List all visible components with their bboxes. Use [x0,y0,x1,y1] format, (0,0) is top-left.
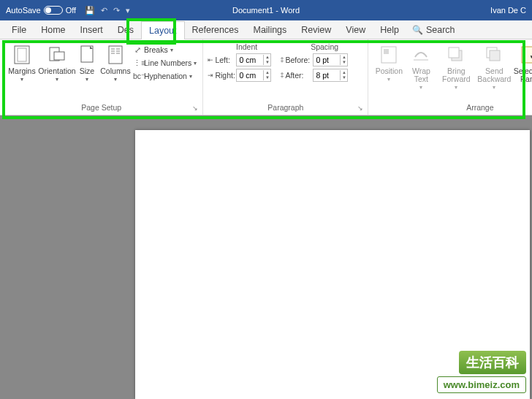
chevron-down-icon: ▾ [189,73,192,80]
chevron-down-icon: ▾ [86,76,88,83]
ribbon: Margins ▾ Orientation ▾ Size ▾ [0,39,532,115]
autosave-label: AutoSave [6,6,41,15]
columns-icon [108,44,123,66]
ribbon-tabs: File Home Insert Des Layout References M… [0,20,532,39]
watermark-url: www.bimeiz.com [437,376,526,393]
chevron-down-icon: ▾ [114,76,117,83]
spin-up-icon[interactable]: ▲ [341,55,347,60]
group-arrange: Position ▾ Wrap Text ▾ Bring Forward ▾ [368,39,532,115]
indent-left-label: ⇤Left: [208,56,234,64]
undo-icon[interactable]: ↶ [101,6,107,15]
dialog-launcher-icon[interactable]: ↘ [357,104,363,112]
tab-help[interactable]: Help [373,20,406,39]
chevron-down-icon: ▾ [455,84,457,91]
hyphenation-icon: bc⁻ [133,72,142,80]
user-name[interactable]: Ivan De C [490,6,526,15]
tab-mailings[interactable]: Mailings [246,20,294,39]
spacing-before-input[interactable]: ▲▼ [313,53,348,66]
svg-rect-16 [449,48,459,58]
search-box[interactable]: 🔍 Search [412,20,455,39]
svg-rect-13 [384,49,389,54]
line-numbers-icon: ⋮≡ [133,58,142,67]
spacing-before-label: ‡Before: [280,56,311,64]
svg-rect-18 [490,50,500,61]
tab-references[interactable]: References [185,20,246,39]
quick-access-toolbar: 💾 ↶ ↷ ▾ [85,6,130,15]
title-bar: AutoSave Off 💾 ↶ ↷ ▾ Document1 - Word Iv… [0,0,532,20]
qat-more-icon[interactable]: ▾ [126,6,130,15]
size-button[interactable]: Size ▾ [75,42,99,84]
group-label-arrange: Arrange [373,102,532,113]
indent-left-input[interactable]: ▲▼ [236,53,271,66]
indent-right-icon: ⇥ [208,72,213,79]
autosave-toggle[interactable]: AutoSave Off [6,6,76,15]
watermark-cn: 生活百科 [459,351,526,374]
send-backward-button[interactable]: Send Backward ▾ [475,42,513,92]
svg-rect-19 [522,47,532,63]
svg-rect-3 [54,52,64,60]
spin-down-icon[interactable]: ▼ [264,60,270,65]
bring-forward-icon [447,44,465,66]
spacing-after-input[interactable]: ▲▼ [313,69,348,82]
chevron-down-icon: ▾ [387,76,390,83]
page-setup-small-buttons: ⤢ Breaks ▾ ⋮≡ Line Numbers ▾ bc⁻ Hyphena… [132,42,198,83]
columns-button[interactable]: Columns ▾ [99,42,132,84]
indent-right-label: ⇥Right: [208,71,234,80]
margins-icon [14,44,30,66]
spin-up-icon[interactable]: ▲ [264,70,270,75]
group-page-setup: Margins ▾ Orientation ▾ Size ▾ [0,39,203,115]
group-label-page-setup: Page Setup ↘ [4,102,198,113]
svg-rect-0 [15,46,29,64]
tab-review[interactable]: Review [294,20,338,39]
margins-button[interactable]: Margins ▾ [4,42,39,84]
position-button[interactable]: Position ▾ [373,42,405,84]
redo-icon[interactable]: ↷ [113,6,120,15]
tab-layout[interactable]: Layout [141,21,185,39]
indent-header: Indent [208,42,286,51]
breaks-button[interactable]: ⤢ Breaks ▾ [133,44,197,56]
autosave-state: Off [66,6,76,15]
chevron-down-icon: ▾ [56,76,58,83]
search-icon: 🔍 [412,25,423,35]
selection-pane-icon [521,44,532,66]
document-title: Document1 - Word [232,6,300,15]
indent-right-input[interactable]: ▲▼ [236,69,271,82]
chevron-down-icon: ▾ [419,84,422,91]
svg-rect-1 [18,48,26,61]
size-icon [80,44,94,66]
tab-file[interactable]: File [4,20,34,39]
spacing-before-icon: ‡ [280,56,284,64]
tab-home[interactable]: Home [34,20,72,39]
toggle-icon [44,6,63,15]
indent-left-icon: ⇤ [208,56,213,64]
orientation-icon [48,44,66,66]
spin-up-icon[interactable]: ▲ [264,55,270,60]
bring-forward-button[interactable]: Bring Forward ▾ [437,42,475,92]
hyphenation-button[interactable]: bc⁻ Hyphenation ▾ [133,70,197,82]
orientation-button[interactable]: Orientation ▾ [39,42,75,84]
chevron-down-icon: ▾ [493,84,495,91]
tab-view[interactable]: View [338,20,373,39]
wrap-text-icon [412,44,430,66]
save-icon[interactable]: 💾 [85,6,95,15]
group-paragraph: Indent Spacing ⇤Left: ▲▼ ‡Before: ▲▼ ⇥Ri… [203,39,368,115]
spin-down-icon[interactable]: ▼ [264,75,270,80]
wrap-text-button[interactable]: Wrap Text ▾ [405,42,437,92]
position-icon [381,44,397,66]
dialog-launcher-icon[interactable]: ↘ [192,104,198,112]
spacing-after-icon: ‡ [280,72,284,79]
tab-design[interactable]: Des [110,20,141,39]
selection-pane-button[interactable]: Selection Pane [513,42,532,85]
spacing-header: Spacing [286,42,364,51]
group-label-paragraph: Paragraph ↘ [208,102,363,113]
svg-rect-5 [109,46,122,64]
chevron-down-icon: ▾ [194,60,197,66]
tab-insert[interactable]: Insert [73,20,110,39]
spin-down-icon[interactable]: ▼ [341,60,347,65]
spacing-after-label: ‡After: [280,71,311,80]
breaks-icon: ⤢ [133,45,142,54]
search-label: Search [426,25,455,35]
spin-up-icon[interactable]: ▲ [341,70,347,75]
line-numbers-button[interactable]: ⋮≡ Line Numbers ▾ [133,57,197,69]
spin-down-icon[interactable]: ▼ [341,75,347,80]
